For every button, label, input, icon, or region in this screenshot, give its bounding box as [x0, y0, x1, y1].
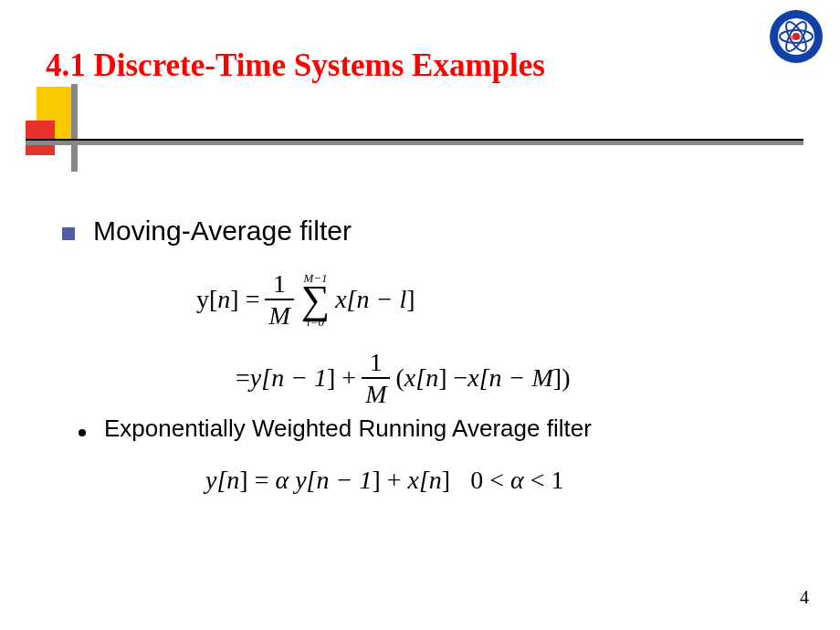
dot-bullet-icon	[79, 429, 86, 436]
bullet-text-2: Exponentially Weighted Running Average f…	[104, 415, 592, 443]
decor-horizontal-rule	[26, 139, 803, 145]
decor-vertical-bar	[71, 84, 78, 172]
decor-red-block	[26, 121, 55, 155]
page-number: 4	[800, 587, 809, 608]
equation-exponential-filter: y[n] = α y[n − 1] + x[n]0 < α < 1	[205, 466, 563, 495]
bullet-row-2: Exponentially Weighted Running Average f…	[62, 415, 592, 443]
svg-text:UESTC: UESTC	[789, 35, 804, 40]
bullet-row-1: Moving-Average filter	[62, 215, 803, 247]
bullet-text-1: Moving-Average filter	[93, 215, 352, 247]
slide-content: Moving-Average filter	[62, 215, 803, 254]
equation-moving-average-1: y[n] = 1 M M−1 ∑ l=0 x[n − l]	[196, 270, 415, 329]
university-logo: UESTC	[769, 9, 824, 64]
square-bullet-icon	[62, 227, 75, 240]
equation-moving-average-2: = y[n − 1] + 1 M ( x[n] − x[n − M])	[236, 349, 570, 407]
slide-title: 4.1 Discrete-Time Systems Examples	[46, 47, 545, 84]
